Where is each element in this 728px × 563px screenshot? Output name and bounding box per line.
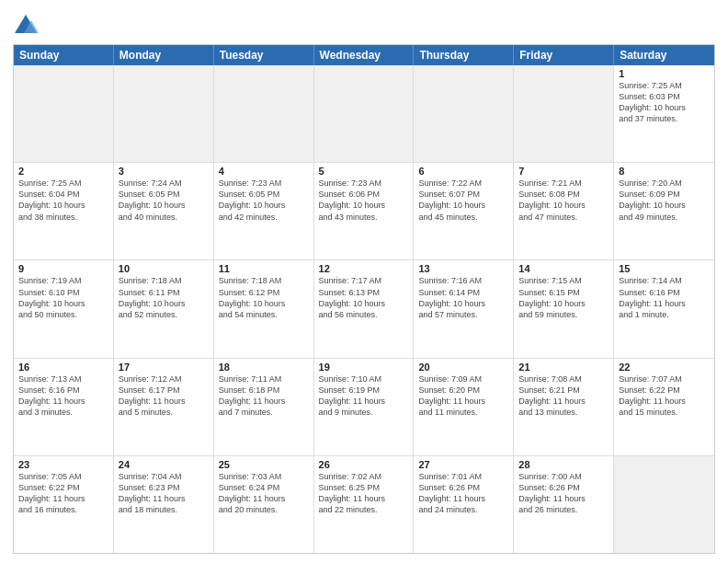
day-number: 5 (319, 166, 409, 177)
day-info: Sunrise: 7:23 AM Sunset: 6:06 PM Dayligh… (319, 178, 409, 223)
week-row-2: 9Sunrise: 7:19 AM Sunset: 6:10 PM Daylig… (14, 259, 714, 357)
header-day-thursday: Thursday (414, 45, 514, 65)
cal-cell-6: 6Sunrise: 7:22 AM Sunset: 6:07 PM Daylig… (414, 163, 514, 259)
cal-cell-1: 1Sunrise: 7:25 AM Sunset: 6:03 PM Daylig… (614, 65, 714, 162)
day-number: 9 (18, 263, 108, 274)
day-info: Sunrise: 7:01 AM Sunset: 6:26 PM Dayligh… (418, 471, 508, 516)
cal-cell-3: 3Sunrise: 7:24 AM Sunset: 6:05 PM Daylig… (114, 163, 214, 259)
day-number: 21 (518, 362, 609, 373)
page: SundayMondayTuesdayWednesdayThursdayFrid… (0, 0, 728, 563)
day-info: Sunrise: 7:04 AM Sunset: 6:23 PM Dayligh… (119, 471, 209, 516)
day-info: Sunrise: 7:16 AM Sunset: 6:14 PM Dayligh… (418, 275, 508, 320)
cal-cell-28: 28Sunrise: 7:00 AM Sunset: 6:26 PM Dayli… (514, 456, 614, 553)
day-number: 8 (619, 166, 710, 177)
day-number: 1 (619, 68, 710, 79)
day-number: 3 (119, 166, 209, 177)
header-day-monday: Monday (114, 45, 214, 65)
header-day-friday: Friday (514, 45, 614, 65)
day-number: 4 (219, 166, 309, 177)
day-info: Sunrise: 7:13 AM Sunset: 6:16 PM Dayligh… (18, 373, 108, 419)
cal-cell-10: 10Sunrise: 7:18 AM Sunset: 6:11 PM Dayli… (114, 260, 214, 357)
cal-cell-empty-1 (114, 65, 214, 162)
day-info: Sunrise: 7:15 AM Sunset: 6:15 PM Dayligh… (518, 275, 609, 320)
day-info: Sunrise: 7:23 AM Sunset: 6:05 PM Dayligh… (219, 178, 309, 223)
cal-cell-empty-4 (414, 65, 514, 162)
day-info: Sunrise: 7:00 AM Sunset: 6:26 PM Dayligh… (518, 471, 609, 516)
day-info: Sunrise: 7:11 AM Sunset: 6:18 PM Dayligh… (219, 373, 309, 419)
day-info: Sunrise: 7:18 AM Sunset: 6:12 PM Dayligh… (219, 275, 309, 320)
header (13, 9, 715, 39)
day-info: Sunrise: 7:09 AM Sunset: 6:20 PM Dayligh… (418, 373, 508, 419)
header-day-saturday: Saturday (614, 45, 714, 65)
cal-cell-empty-2 (214, 65, 314, 162)
day-info: Sunrise: 7:17 AM Sunset: 6:13 PM Dayligh… (319, 275, 409, 320)
cal-cell-15: 15Sunrise: 7:14 AM Sunset: 6:16 PM Dayli… (614, 260, 714, 357)
day-info: Sunrise: 7:25 AM Sunset: 6:04 PM Dayligh… (18, 178, 108, 223)
day-info: Sunrise: 7:18 AM Sunset: 6:11 PM Dayligh… (119, 275, 209, 320)
day-number: 2 (18, 166, 108, 177)
header-day-wednesday: Wednesday (314, 45, 415, 65)
cal-cell-17: 17Sunrise: 7:12 AM Sunset: 6:17 PM Dayli… (114, 359, 214, 455)
day-info: Sunrise: 7:22 AM Sunset: 6:07 PM Dayligh… (418, 178, 508, 223)
day-number: 6 (418, 166, 508, 177)
cal-cell-empty-5 (514, 65, 614, 162)
logo (13, 13, 40, 39)
cal-cell-11: 11Sunrise: 7:18 AM Sunset: 6:12 PM Dayli… (214, 260, 314, 357)
day-number: 17 (119, 362, 209, 373)
day-info: Sunrise: 7:21 AM Sunset: 6:08 PM Dayligh… (518, 178, 609, 223)
cal-cell-4: 4Sunrise: 7:23 AM Sunset: 6:05 PM Daylig… (214, 163, 314, 259)
logo-icon (13, 13, 39, 39)
calendar-body: 1Sunrise: 7:25 AM Sunset: 6:03 PM Daylig… (14, 65, 714, 553)
cal-cell-7: 7Sunrise: 7:21 AM Sunset: 6:08 PM Daylig… (514, 163, 614, 259)
day-info: Sunrise: 7:12 AM Sunset: 6:17 PM Dayligh… (119, 373, 209, 419)
day-number: 18 (219, 362, 309, 373)
day-info: Sunrise: 7:24 AM Sunset: 6:05 PM Dayligh… (119, 178, 209, 223)
cal-cell-9: 9Sunrise: 7:19 AM Sunset: 6:10 PM Daylig… (14, 260, 114, 357)
cal-cell-5: 5Sunrise: 7:23 AM Sunset: 6:06 PM Daylig… (314, 163, 415, 259)
week-row-3: 16Sunrise: 7:13 AM Sunset: 6:16 PM Dayli… (14, 358, 714, 455)
day-info: Sunrise: 7:25 AM Sunset: 6:03 PM Dayligh… (619, 80, 710, 125)
cal-cell-25: 25Sunrise: 7:03 AM Sunset: 6:24 PM Dayli… (214, 456, 314, 553)
day-info: Sunrise: 7:08 AM Sunset: 6:21 PM Dayligh… (518, 373, 609, 419)
week-row-0: 1Sunrise: 7:25 AM Sunset: 6:03 PM Daylig… (14, 65, 714, 162)
cal-cell-empty-6 (614, 456, 714, 553)
cal-cell-21: 21Sunrise: 7:08 AM Sunset: 6:21 PM Dayli… (514, 359, 614, 455)
day-number: 12 (319, 263, 409, 274)
day-number: 10 (119, 263, 209, 274)
cal-cell-26: 26Sunrise: 7:02 AM Sunset: 6:25 PM Dayli… (314, 456, 415, 553)
cal-cell-24: 24Sunrise: 7:04 AM Sunset: 6:23 PM Dayli… (114, 456, 214, 553)
day-info: Sunrise: 7:20 AM Sunset: 6:09 PM Dayligh… (619, 178, 710, 223)
calendar: SundayMondayTuesdayWednesdayThursdayFrid… (13, 44, 715, 554)
cal-cell-2: 2Sunrise: 7:25 AM Sunset: 6:04 PM Daylig… (14, 163, 114, 259)
day-number: 25 (219, 459, 309, 470)
day-number: 16 (18, 362, 108, 373)
day-number: 15 (619, 263, 710, 274)
week-row-1: 2Sunrise: 7:25 AM Sunset: 6:04 PM Daylig… (14, 162, 714, 259)
cal-cell-23: 23Sunrise: 7:05 AM Sunset: 6:22 PM Dayli… (14, 456, 114, 553)
day-info: Sunrise: 7:02 AM Sunset: 6:25 PM Dayligh… (319, 471, 409, 516)
day-info: Sunrise: 7:05 AM Sunset: 6:22 PM Dayligh… (18, 471, 108, 516)
cal-cell-empty-3 (314, 65, 415, 162)
day-number: 27 (418, 459, 508, 470)
cal-cell-19: 19Sunrise: 7:10 AM Sunset: 6:19 PM Dayli… (314, 359, 415, 455)
day-number: 24 (119, 459, 209, 470)
cal-cell-14: 14Sunrise: 7:15 AM Sunset: 6:15 PM Dayli… (514, 260, 614, 357)
cal-cell-12: 12Sunrise: 7:17 AM Sunset: 6:13 PM Dayli… (314, 260, 415, 357)
cal-cell-20: 20Sunrise: 7:09 AM Sunset: 6:20 PM Dayli… (414, 359, 514, 455)
cal-cell-13: 13Sunrise: 7:16 AM Sunset: 6:14 PM Dayli… (414, 260, 514, 357)
cal-cell-18: 18Sunrise: 7:11 AM Sunset: 6:18 PM Dayli… (214, 359, 314, 455)
cal-cell-16: 16Sunrise: 7:13 AM Sunset: 6:16 PM Dayli… (14, 359, 114, 455)
header-day-tuesday: Tuesday (214, 45, 314, 65)
day-number: 14 (518, 263, 609, 274)
day-number: 11 (219, 263, 309, 274)
day-info: Sunrise: 7:07 AM Sunset: 6:22 PM Dayligh… (619, 373, 710, 419)
day-info: Sunrise: 7:19 AM Sunset: 6:10 PM Dayligh… (18, 275, 108, 320)
cal-cell-8: 8Sunrise: 7:20 AM Sunset: 6:09 PM Daylig… (614, 163, 714, 259)
header-day-sunday: Sunday (14, 45, 114, 65)
day-number: 7 (518, 166, 609, 177)
day-info: Sunrise: 7:14 AM Sunset: 6:16 PM Dayligh… (619, 275, 710, 320)
day-number: 13 (418, 263, 508, 274)
cal-cell-empty-0 (14, 65, 114, 162)
day-number: 19 (319, 362, 409, 373)
day-info: Sunrise: 7:10 AM Sunset: 6:19 PM Dayligh… (319, 373, 409, 419)
